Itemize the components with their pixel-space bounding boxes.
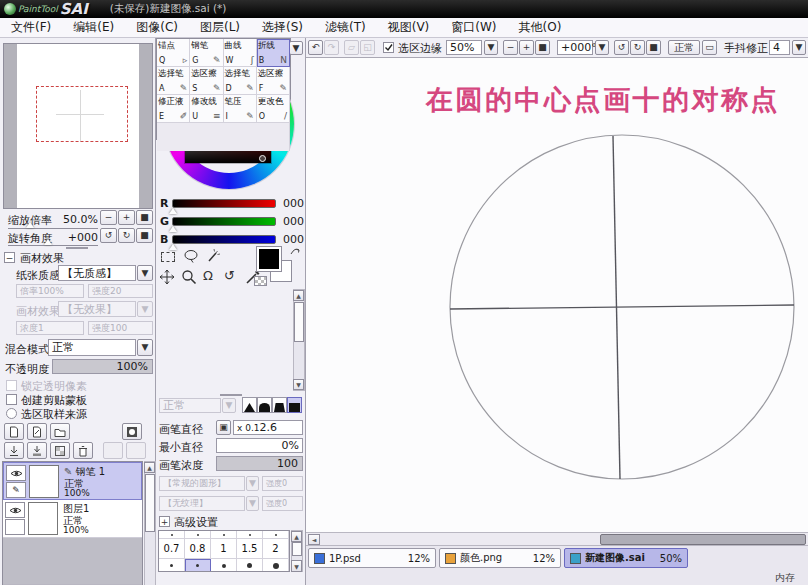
preset-partial[interactable]: [263, 559, 289, 572]
nav-zoom-slider[interactable]: [8, 228, 98, 229]
angle-dropdown-icon[interactable]: ▼: [595, 40, 609, 55]
preset-partial[interactable]: [263, 531, 289, 538]
tool-grid-scrollbar[interactable]: ▲ ▼: [293, 289, 305, 391]
view-normal-button[interactable]: 正常: [668, 40, 700, 55]
preset-0.7[interactable]: 0.7: [159, 539, 185, 558]
layer-visibility-toggle[interactable]: [6, 465, 26, 481]
paper-texture-select[interactable]: 【无质感】: [58, 265, 136, 281]
menu-others[interactable]: 其他(O): [508, 18, 573, 37]
material-collapse-button[interactable]: −: [4, 252, 15, 263]
preset-partial[interactable]: [211, 559, 237, 572]
navigator-preview[interactable]: [3, 43, 153, 209]
undo-button[interactable]: ↶: [308, 40, 323, 55]
nav-rotate-ccw-button[interactable]: ↺: [100, 228, 117, 243]
scroll-thumb[interactable]: [292, 542, 302, 556]
layer-paint-mode-toggle[interactable]: [5, 519, 25, 535]
layer-thumbnail[interactable]: [28, 502, 58, 535]
marquee-select-tool-icon[interactable]: [161, 252, 175, 262]
scroll-thumb[interactable]: [145, 474, 155, 532]
canvas-hscroll-thumb[interactable]: [600, 534, 806, 545]
preset-partial[interactable]: [237, 559, 263, 572]
preset-selected[interactable]: [185, 559, 211, 572]
min-diameter-field[interactable]: 0%: [216, 438, 303, 453]
scroll-down-icon[interactable]: ▼: [291, 560, 302, 572]
new-pen-layer-button[interactable]: [27, 423, 47, 440]
selection-edge-checkbox[interactable]: [383, 42, 394, 53]
canvas-hscrollbar[interactable]: ◄: [306, 532, 808, 546]
magic-wand-tool-icon[interactable]: [205, 249, 221, 263]
tool-curve[interactable]: 曲线Wʃ: [224, 39, 257, 67]
preset-partial[interactable]: [185, 531, 211, 538]
scroll-up-icon[interactable]: ▲: [291, 531, 302, 542]
tool-select-eraser-2[interactable]: 选区擦F✎: [257, 67, 290, 95]
sv-marker[interactable]: [259, 155, 266, 162]
move-tool-icon[interactable]: [159, 269, 175, 285]
scroll-up-icon[interactable]: ▲: [293, 290, 304, 301]
tool-anchor[interactable]: 锚点Q▹: [157, 39, 190, 67]
tool-select-eraser[interactable]: 选区擦S✎: [190, 67, 223, 95]
menu-view[interactable]: 视图(V): [377, 18, 441, 37]
stabilizer-value-field[interactable]: 4: [769, 40, 790, 55]
tool-edit-line[interactable]: 修改线U≡: [190, 95, 223, 123]
brush-diameter-field[interactable]: x 0.12.6: [233, 420, 303, 435]
nav-rotation-slider[interactable]: [8, 245, 98, 246]
zoom-out-button[interactable]: −: [503, 40, 518, 55]
selection-source-radio[interactable]: [6, 408, 17, 419]
zoom-tool-icon[interactable]: [181, 269, 197, 285]
blend-mode-dropdown-icon[interactable]: ▼: [137, 339, 153, 356]
rotation-angle-field[interactable]: +000°: [557, 40, 593, 55]
rotation-reset-button[interactable]: ■: [646, 40, 661, 55]
preset-1[interactable]: 1: [211, 539, 237, 558]
brush-edge-square[interactable]: [287, 397, 302, 413]
brush-edge-round[interactable]: [257, 397, 272, 413]
layer-item-pen1[interactable]: ✎ ✎ 钢笔 1 正常 100%: [3, 462, 142, 500]
b-slider-thumb[interactable]: [169, 244, 177, 250]
opacity-slider[interactable]: 100%: [52, 359, 153, 374]
tool-select-pen-2[interactable]: 选择笔D✎: [224, 67, 257, 95]
menu-image[interactable]: 图像(C): [125, 18, 189, 37]
delete-layer-button[interactable]: [73, 442, 93, 459]
scroll-down-icon[interactable]: ▼: [293, 379, 304, 390]
tool-select-pen[interactable]: 选择笔A✎: [157, 67, 190, 95]
menu-file[interactable]: 文件(F): [0, 18, 62, 37]
rotate-ccw-button[interactable]: ↺: [614, 40, 629, 55]
layer-item-layer1[interactable]: 图层1 正常 100%: [3, 500, 142, 538]
menu-select[interactable]: 选择(S): [251, 18, 314, 37]
preset-0.8[interactable]: 0.8: [185, 539, 211, 558]
layer-list-vscrollbar[interactable]: ▲ ▼: [144, 461, 156, 585]
clear-layer-button[interactable]: [50, 442, 70, 459]
r-slider[interactable]: [172, 199, 276, 208]
menu-window[interactable]: 窗口(W): [440, 18, 507, 37]
tool-change-color[interactable]: 更改色O/: [257, 95, 290, 123]
tool-polyline[interactable]: 折线BN: [257, 39, 290, 67]
preset-1.5[interactable]: 1.5: [237, 539, 263, 558]
stabilizer-dropdown-icon[interactable]: ▼: [792, 40, 806, 55]
layer-thumbnail[interactable]: [29, 465, 59, 498]
panel-splitter-handle[interactable]: [220, 394, 242, 396]
preset-partial[interactable]: [211, 531, 237, 538]
nav-zoom-out-button[interactable]: −: [100, 210, 117, 225]
zoom-in-button[interactable]: +: [519, 40, 534, 55]
new-layer-button[interactable]: [4, 423, 24, 440]
paper-texture-dropdown-icon[interactable]: ▼: [137, 265, 153, 281]
navigator-viewport-frame[interactable]: [36, 86, 128, 142]
tool-pressure[interactable]: 笔压I✎: [224, 95, 257, 123]
nav-zoom-in-button[interactable]: +: [118, 210, 135, 225]
transfer-down-button[interactable]: [4, 442, 24, 459]
scroll-up-icon[interactable]: ▲: [144, 462, 155, 473]
nav-zoom-slider-thumb[interactable]: [26, 222, 34, 228]
menu-edit[interactable]: 编辑(E): [62, 18, 125, 37]
color-panel-menu-button[interactable]: ▼: [289, 41, 303, 55]
menu-filter[interactable]: 滤镜(T): [314, 18, 377, 37]
scroll-left-icon[interactable]: ◄: [308, 534, 320, 545]
transparent-color-swatch[interactable]: [254, 276, 267, 286]
tool-correction-fluid[interactable]: 修正液E✐: [157, 95, 190, 123]
layer-paint-mode-toggle[interactable]: ✎: [6, 482, 26, 498]
brush-density-slider[interactable]: 100: [216, 456, 303, 471]
zoom-level-field[interactable]: 50%: [446, 40, 482, 55]
g-slider-thumb[interactable]: [169, 226, 177, 232]
layer-mask-button[interactable]: [122, 423, 142, 440]
zoom-dropdown-icon[interactable]: ▼: [484, 40, 498, 55]
hand-tool-icon[interactable]: ↺: [224, 268, 235, 283]
lasso-tool-icon[interactable]: [183, 249, 199, 263]
